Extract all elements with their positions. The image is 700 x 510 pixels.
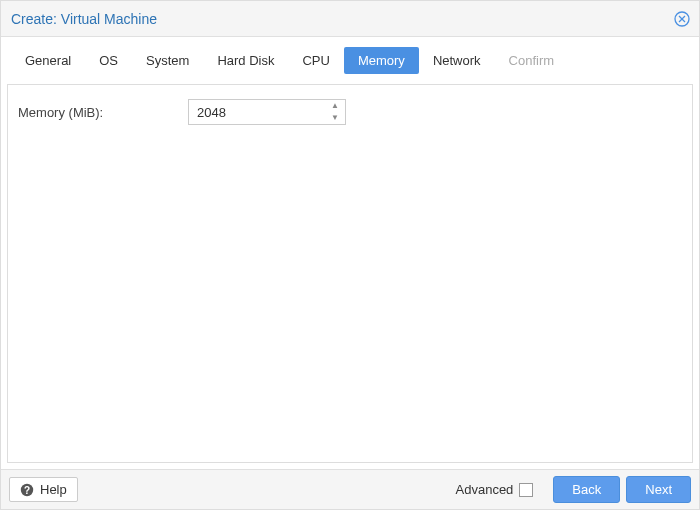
memory-label: Memory (MiB): [18, 105, 188, 120]
close-button[interactable] [673, 10, 691, 28]
tab-cpu[interactable]: CPU [288, 47, 343, 74]
advanced-checkbox[interactable] [519, 483, 533, 497]
tab-memory[interactable]: Memory [344, 47, 419, 74]
help-label: Help [40, 482, 67, 497]
footer-bar: ? Help Advanced Back Next [1, 469, 699, 509]
tab-general[interactable]: General [11, 47, 85, 74]
memory-row: Memory (MiB): ▲ ▼ [18, 99, 682, 125]
help-button[interactable]: ? Help [9, 477, 78, 502]
window-title: Create: Virtual Machine [11, 11, 157, 27]
tab-harddisk[interactable]: Hard Disk [203, 47, 288, 74]
tab-confirm: Confirm [495, 47, 569, 74]
spinner-buttons: ▲ ▼ [328, 101, 342, 123]
memory-input[interactable] [188, 99, 346, 125]
spinner-up-icon[interactable]: ▲ [328, 101, 342, 112]
spinner-down-icon[interactable]: ▼ [328, 113, 342, 124]
advanced-label: Advanced [456, 482, 514, 497]
close-icon [674, 11, 690, 27]
memory-spinner: ▲ ▼ [188, 99, 346, 125]
tab-strip: General OS System Hard Disk CPU Memory N… [1, 37, 699, 84]
tab-system[interactable]: System [132, 47, 203, 74]
help-icon: ? [20, 483, 34, 497]
tab-os[interactable]: OS [85, 47, 132, 74]
wizard-window: Create: Virtual Machine General OS Syste… [0, 0, 700, 510]
tab-network[interactable]: Network [419, 47, 495, 74]
next-button[interactable]: Next [626, 476, 691, 503]
content-panel: Memory (MiB): ▲ ▼ [7, 84, 693, 463]
back-button[interactable]: Back [553, 476, 620, 503]
titlebar: Create: Virtual Machine [1, 1, 699, 37]
svg-text:?: ? [24, 484, 30, 495]
